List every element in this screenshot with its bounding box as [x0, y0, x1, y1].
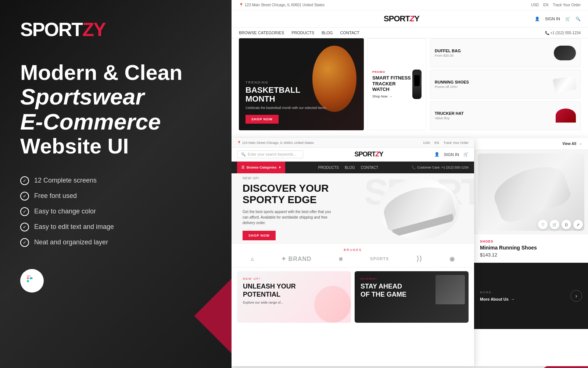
hero-trending-label: TRENDING: [245, 81, 357, 84]
hero-area: TRENDING BASKETBALL MONTH Celebrate the …: [232, 38, 588, 134]
site-topbar: 📍 123 Main Street Chicago, IL 60601 Unit…: [232, 0, 588, 10]
duffel-bag-card: DUFFEL BAG From $30.00: [430, 38, 581, 67]
cart2-icon[interactable]: 🛒: [463, 152, 469, 157]
user2-icon[interactable]: 👤: [434, 152, 440, 157]
check-icon: ✓: [20, 223, 29, 231]
user-icon[interactable]: 👤: [535, 17, 540, 21]
fitness-tracker-promo: PROMO SMART FITNESS TRACKER WATCH Shop N…: [368, 38, 426, 130]
product-name: Minima Running Shoes: [480, 245, 582, 251]
brand-logo: ▣: [339, 256, 343, 261]
brands-logos: △ ✦ BRAND ▣ SPORTS ⟩⟩ ◉: [239, 255, 467, 263]
topbar-right: USD EN Track Your Order: [531, 3, 581, 7]
currency-selector[interactable]: USD: [531, 3, 539, 7]
product-price: $143.12: [480, 252, 582, 258]
logo-z-accent: Z: [410, 14, 414, 23]
topbar-address: 123 Main Street Chicago, IL 60601 United…: [245, 3, 325, 7]
promo1-subtitle: Explore our wide range of...: [243, 301, 345, 304]
browser-bottom: 📍 123 Main Street Chicago, IL 60601 Unit…: [232, 138, 474, 366]
lang-selector[interactable]: EN: [543, 3, 548, 7]
share-button[interactable]: ⟨⟩: [562, 220, 571, 229]
lang2[interactable]: EN: [434, 141, 439, 145]
tracker-screen: [414, 75, 420, 86]
product-info: RUNNING SHOES Promo off 10%!: [435, 80, 469, 89]
logo-text: SPORTZY: [20, 18, 105, 40]
feature-item: ✓ Easy to change color: [20, 207, 211, 216]
promo-title: SMART FITNESS TRACKER WATCH: [372, 75, 412, 92]
header-icons: 👤 SIGN IN 🛒 🔍: [535, 17, 581, 21]
product-name: RUNNING SHOES: [435, 80, 469, 84]
figma-icon: [27, 276, 37, 286]
nav2-blog[interactable]: BLOG: [345, 166, 355, 170]
hero-title: BASKETBALL MONTH: [245, 86, 357, 103]
logo-z: Z: [82, 19, 93, 40]
feature-text: Easy to edit text and image: [34, 223, 114, 231]
hero2-shop-now-button[interactable]: SHOP NOW: [243, 231, 276, 240]
site-header: SPORTZY 👤 SIGN IN 🛒 🔍: [232, 10, 588, 28]
fitness-tracker-image: [412, 70, 422, 99]
feature-item: ✓ Neat and organized layer: [20, 238, 211, 247]
product-price: Promo off 10%!: [435, 85, 469, 89]
track-order-link[interactable]: Track Your Order: [553, 3, 581, 7]
hero2-title: DISCOVER YOUR SPORTY EDGE: [243, 183, 334, 206]
more-label: MORE: [480, 291, 582, 294]
check-icon: ✓: [20, 238, 29, 247]
expand-button[interactable]: ⤢: [573, 220, 583, 229]
search-bar[interactable]: 🔍 Enter your search keywords...: [237, 151, 303, 158]
product-price: From $30.00: [435, 54, 461, 57]
track2[interactable]: Track Your Order: [444, 141, 469, 145]
cart-icon[interactable]: 🛒: [565, 17, 570, 21]
signin-label[interactable]: SIGN IN: [545, 17, 560, 21]
logo-y: Y: [93, 19, 105, 40]
search-placeholder: Enter your search keywords...: [248, 152, 296, 156]
site-logo: SPORTZY: [384, 14, 419, 24]
shoe-product-image: [489, 159, 573, 225]
site2-topbar: 📍 123 Main Street Chicago, IL 60601 Unit…: [232, 138, 474, 148]
promo-shopnow-link[interactable]: Shop Now →: [372, 95, 412, 98]
signin2-label[interactable]: SIGN IN: [444, 152, 459, 157]
more-about-link[interactable]: More About Us →: [480, 297, 582, 301]
product-actions: ♡ 🛒 ⟨⟩ ⤢: [538, 220, 583, 229]
nav-products[interactable]: PRODUCTS: [291, 31, 314, 35]
product-name: TRUCKER HAT: [435, 111, 464, 116]
promo-label: PROMO: [372, 70, 412, 74]
wishlist-button[interactable]: ♡: [538, 220, 548, 229]
running-shoes-card: RUNNING SHOES Promo off 10%!: [430, 70, 581, 99]
product-price: Value Buy: [435, 116, 464, 120]
nav-contact[interactable]: CONTACT: [340, 31, 359, 35]
feature-item: ✓ Free font used: [20, 192, 211, 201]
nav2-contact[interactable]: CONTACT: [361, 166, 379, 170]
feature-text: Easy to change color: [34, 208, 96, 215]
product-panel: View All → ♡ 🛒 ⟨⟩ ⤢ SHOES Minima Running…: [474, 138, 588, 366]
browse-categories-button[interactable]: ☰ Browse Categories ▾: [237, 162, 285, 173]
browser-top: 📍 123 Main Street Chicago, IL 60601 Unit…: [232, 0, 588, 142]
brand-logo: ⟩⟩: [416, 255, 422, 263]
headline-line2: Sportswear: [20, 84, 211, 109]
nav-browse[interactable]: BROWSE CATEGORIES: [239, 31, 284, 35]
product-info: TRUCKER HAT Value Buy: [435, 111, 464, 120]
nav-blog[interactable]: BLOG: [322, 31, 333, 35]
product-info: DUFFEL BAG From $30.00: [435, 49, 461, 57]
logo-container: SPORTZY: [20, 18, 211, 40]
feature-text: 12 Complete screens: [34, 177, 97, 184]
nav-arrow-button[interactable]: ›: [570, 290, 582, 302]
brands-section: BRANDS △ ✦ BRAND ▣ SPORTS ⟩⟩ ◉: [232, 243, 474, 268]
feature-text: Free font used: [34, 192, 77, 200]
add-to-cart-button[interactable]: 🛒: [550, 220, 559, 229]
topbar2-left: 📍 123 Main Street Chicago, IL 60601 Unit…: [237, 141, 314, 145]
nav2-products[interactable]: PRODUCTS: [318, 166, 339, 170]
headline-line1: Modern & Clean: [20, 61, 211, 84]
duffel-image: [554, 46, 576, 60]
hero-shop-now-button[interactable]: SHOP NOW: [245, 115, 279, 124]
shoe-sole: [392, 213, 454, 237]
view-all-link[interactable]: View All: [562, 142, 576, 146]
brand-logo: SPORTS: [370, 256, 389, 261]
brand-logo: ◉: [449, 255, 455, 262]
nav-links: BROWSE CATEGORIES PRODUCTS BLOG CONTACT: [239, 31, 359, 35]
promo-card-stay-ahead: RUNWAY STAY AHEAD OF THE GAME: [355, 271, 469, 323]
promo-card-unleash: NEW UP! UNLEASH YOUR POTENTIAL Explore o…: [237, 271, 351, 323]
brands-label: BRANDS: [239, 248, 467, 252]
shoe-shape: [380, 181, 458, 238]
currency2[interactable]: USD: [423, 141, 430, 145]
search-icon[interactable]: 🔍: [576, 17, 581, 21]
site2-logo: SPORTZY: [355, 151, 383, 158]
